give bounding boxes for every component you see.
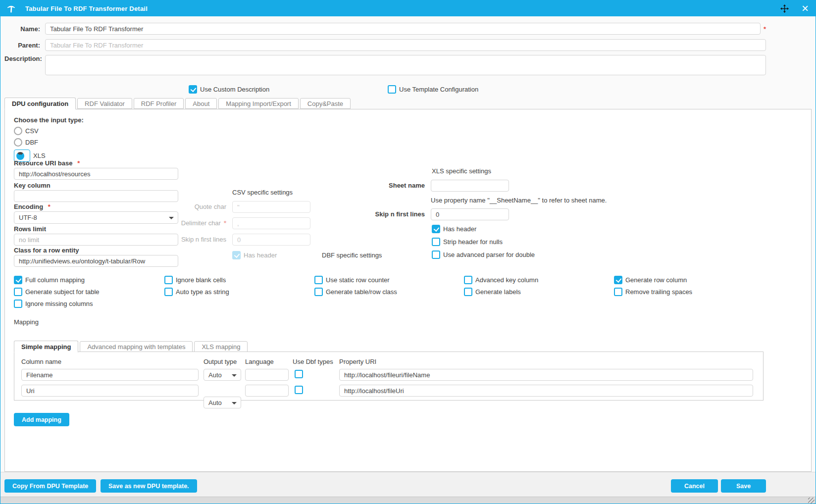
option-advanced-key-column: Advanced key column [464, 276, 538, 284]
dialog-footer: Copy From DPU Template Save as new DPU t… [0, 472, 816, 497]
csv-skip-n-first-lines-label: Skip n first lines [167, 234, 226, 246]
xls-skip-n-first-lines-label: Skip n first lines [365, 208, 425, 220]
option-ignore-blank-cells: Ignore blank cells [164, 276, 229, 284]
cancel-button[interactable]: Cancel [671, 479, 718, 493]
main-tab-strip: DPU configuration RDF Validator RDF Prof… [0, 98, 816, 109]
name-label: Name: [4, 25, 40, 33]
mapping-row-language-field[interactable] [245, 385, 289, 397]
key-column-field[interactable] [14, 190, 178, 202]
ignore-blank-cells-checkbox[interactable] [164, 276, 173, 284]
quote-char-label: Quote char [167, 201, 226, 213]
generate-subject-for-table-checkbox[interactable] [14, 288, 22, 296]
save-as-new-dpu-template-button[interactable]: Save as new DPU template. [101, 479, 197, 493]
resource-uri-base-label: Resource URI base [14, 159, 73, 167]
auto-type-as-string-label: Auto type as string [176, 288, 229, 296]
tab-advanced-mapping-with-templates[interactable]: Advanced mapping with templates [80, 341, 193, 352]
mapping-row-use-dbf-types-checkbox[interactable] [295, 370, 303, 378]
strip-header-for-nulls-checkbox[interactable] [432, 238, 440, 246]
xls-has-header-row: Has header [432, 225, 476, 233]
generate-table-row-class-checkbox[interactable] [314, 288, 323, 296]
general-form: Name: * Parent: Description: Use Custom … [0, 16, 816, 98]
move-icon[interactable] [780, 4, 789, 13]
advanced-parser-for-double-checkbox[interactable] [432, 251, 440, 259]
use-template-configuration-checkbox[interactable] [388, 85, 396, 94]
rows-limit-field[interactable] [14, 234, 178, 246]
remove-trailing-spaces-checkbox[interactable] [614, 288, 622, 296]
resource-uri-base-field[interactable] [14, 168, 178, 180]
xls-has-header-checkbox[interactable] [432, 225, 440, 233]
use-custom-description-label: Use Custom Description [200, 86, 269, 93]
option-use-static-row-counter: Use static row counter [314, 276, 397, 284]
mapping-row-output-type-select[interactable]: Auto [204, 369, 241, 381]
mapping-row-column-name-field[interactable] [21, 369, 199, 381]
close-icon[interactable]: × [802, 3, 809, 13]
row-entity-class-field[interactable] [14, 255, 178, 267]
mapping-row-output-type-select[interactable]: Auto [204, 397, 241, 408]
generate-row-column-label: Generate row column [625, 276, 687, 284]
option-ignore-missing-columns: Ignore missing columns [14, 300, 100, 308]
mapping-row-property-uri-field[interactable] [339, 369, 753, 381]
xls-skip-n-first-lines-field[interactable] [431, 208, 509, 220]
full-column-mapping-checkbox[interactable] [14, 276, 22, 284]
encoding-label: Encoding [14, 203, 43, 210]
mapping-row-column-name-field[interactable] [21, 385, 199, 397]
use-template-configuration-label: Use Template Configuration [399, 86, 478, 93]
use-static-row-counter-checkbox[interactable] [314, 276, 323, 284]
tab-copy-paste[interactable]: Copy&Paste [300, 98, 351, 109]
ignore-missing-columns-checkbox[interactable] [14, 300, 22, 308]
use-template-configuration-row: Use Template Configuration [388, 85, 478, 94]
option-remove-trailing-spaces: Remove trailing spaces [614, 288, 692, 296]
parent-field [45, 39, 766, 51]
dbf-radio[interactable] [14, 138, 22, 147]
dpu-detail-dialog: Tabular File To RDF Transformer Detail ×… [0, 0, 816, 504]
csv-has-header-row: Has header [232, 251, 277, 259]
add-mapping-button[interactable]: Add mapping [14, 413, 69, 426]
advanced-key-column-checkbox[interactable] [464, 276, 472, 284]
delimiter-char-field [232, 217, 310, 229]
option-generate-subject-for-table: Generate subject for table [14, 288, 100, 296]
property-uri-header: Property URI [339, 358, 376, 365]
mapping-row-use-dbf-types-checkbox[interactable] [295, 386, 303, 394]
xls-has-header-label: Has header [443, 225, 476, 233]
tab-about[interactable]: About [185, 98, 217, 109]
row-entity-class-label: Class for a row entity [14, 247, 79, 254]
encoding-select[interactable]: UTF-8 [14, 211, 178, 224]
simple-mapping-panel: Column name Output type Language Use Dbf… [14, 352, 764, 401]
tab-xls-mapping[interactable]: XLS mapping [194, 341, 248, 352]
auto-type-as-string-checkbox[interactable] [164, 288, 173, 296]
generate-row-column-checkbox[interactable] [614, 276, 622, 284]
tab-mapping-import-export[interactable]: Mapping Import/Export [218, 98, 299, 109]
mapping-row-property-uri-field[interactable] [339, 385, 753, 397]
description-field[interactable] [45, 55, 766, 75]
tab-dpu-configuration[interactable]: DPU configuration [4, 98, 76, 109]
use-custom-description-checkbox[interactable] [189, 85, 197, 94]
title-bar: Tabular File To RDF Transformer Detail × [0, 0, 816, 16]
dialog-title: Tabular File To RDF Transformer Detail [25, 5, 780, 12]
options-column-1: Full column mapping Generate subject for… [14, 276, 100, 308]
csv-radio[interactable] [14, 127, 22, 135]
ignore-blank-cells-label: Ignore blank cells [176, 276, 226, 284]
option-generate-table-row-class: Generate table/row class [314, 288, 397, 296]
delimiter-char-label: Delimiter char [181, 219, 221, 227]
key-column-label: Key column [14, 182, 51, 189]
resize-grip-icon[interactable] [808, 498, 815, 504]
name-field[interactable] [45, 23, 761, 35]
tab-simple-mapping[interactable]: Simple mapping [14, 341, 78, 353]
encoding-required-mark: * [48, 203, 51, 210]
mapping-row-language-field[interactable] [245, 369, 289, 381]
sheet-name-label: Sheet name [365, 180, 425, 192]
tab-rdf-validator[interactable]: RDF Validator [77, 98, 132, 109]
output-type-header: Output type [204, 358, 237, 365]
tab-rdf-profiler[interactable]: RDF Profiler [134, 98, 184, 109]
save-button[interactable]: Save [721, 479, 766, 493]
advanced-parser-for-double-label: Use advanced parser for double [443, 251, 535, 258]
remove-trailing-spaces-label: Remove trailing spaces [625, 288, 692, 296]
sheet-name-field[interactable] [431, 180, 509, 192]
csv-settings-title: CSV specific settings [232, 189, 293, 196]
options-column-4: Advanced key column Generate labels [464, 276, 538, 296]
input-type-dbf: DBF [14, 138, 38, 147]
copy-from-dpu-template-button[interactable]: Copy From DPU Template [4, 479, 96, 493]
generate-labels-checkbox[interactable] [464, 288, 472, 296]
column-name-header: Column name [21, 358, 61, 365]
option-generate-labels: Generate labels [464, 288, 538, 296]
